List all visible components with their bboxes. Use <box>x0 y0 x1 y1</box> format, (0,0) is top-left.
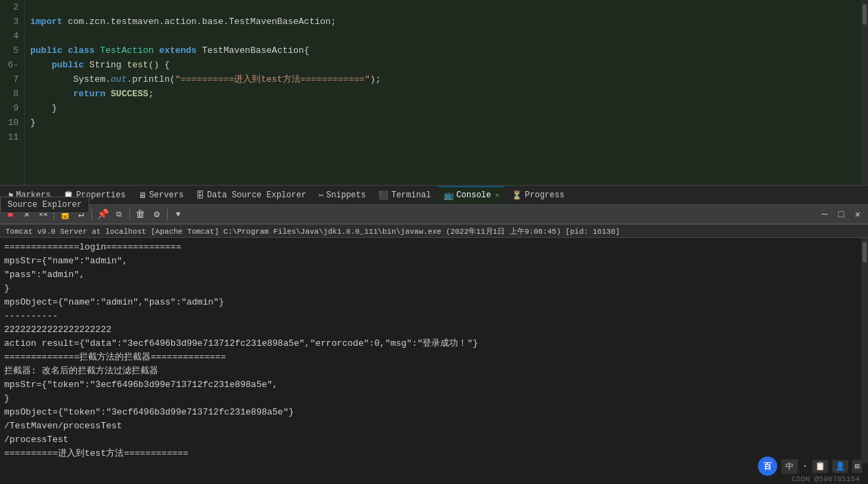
copy-button[interactable]: ⧉ <box>111 207 127 222</box>
editor-scroll-thumb[interactable] <box>862 4 867 25</box>
code-line: } <box>30 116 861 130</box>
console-line: mpsStr={"token":"3ecf6496b3d99e713712fc2… <box>4 378 857 392</box>
code-line: import com.zcn.testmaven.action.base.Tes… <box>30 14 861 29</box>
tab-terminal-label: Terminal <box>391 190 431 200</box>
clipboard-icon[interactable]: 📋 <box>812 460 828 473</box>
console-line: /processTest <box>4 433 857 447</box>
status-info-bar: Tomcat v9.0 Server at localhost [Apache … <box>0 224 868 238</box>
console-line: ---------- <box>4 309 857 323</box>
baidu-icon[interactable]: 百 <box>758 456 777 476</box>
tab-terminal[interactable]: ⬛ Terminal <box>373 186 437 204</box>
code-line <box>30 130 861 144</box>
zh-input-icon[interactable]: 中 <box>781 459 798 474</box>
tab-progress-label: Progress <box>525 190 565 200</box>
code-line: } <box>30 101 861 116</box>
progress-icon: ⏳ <box>512 190 522 201</box>
snippets-icon: ✂ <box>318 190 323 201</box>
editor-hscrollbar[interactable]: ◀ ▶ <box>0 185 868 186</box>
toolbar-separator-4 <box>167 209 168 220</box>
console-output[interactable]: ==============login============== mpsStr… <box>0 238 861 463</box>
editor-vscrollbar[interactable] <box>861 0 868 185</box>
console-vscrollbar[interactable] <box>861 238 868 463</box>
console-scroll-thumb[interactable] <box>862 242 867 263</box>
console-line: mpsObject={"name":"admin","pass":"admin"… <box>4 296 857 309</box>
console-line: action result={"data":"3ecf6496b3d99e713… <box>4 337 857 351</box>
zh-label: 中 <box>785 462 794 472</box>
toolbar-separator-3 <box>129 209 130 220</box>
tab-datasource[interactable]: 🗄 Data Source Explorer <box>191 186 312 204</box>
tab-datasource-label: Data Source Explorer <box>207 190 306 200</box>
maximize-button[interactable]: □ <box>834 207 849 222</box>
bottom-panel: ⚑ Markers 📋 Properties 🖥 Servers 🗄 Data … <box>0 186 868 463</box>
grid-icon[interactable]: ⊞ <box>852 460 862 473</box>
terminal-icon: ⬛ <box>378 190 389 201</box>
dot-icon[interactable]: · <box>802 461 807 472</box>
console-line: } <box>4 282 857 296</box>
close-panel-button[interactable]: ✕ <box>850 207 865 222</box>
code-line <box>30 0 861 14</box>
tab-console-label: Console <box>457 190 491 200</box>
tab-snippets-label: Snippets <box>326 190 366 200</box>
scroll-right-btn[interactable]: ▶ <box>854 186 868 186</box>
code-line: public class TestAction extends TestMave… <box>30 43 861 58</box>
line-numbers: 2 3 4 5 6- 7 8 9 10 11 <box>0 0 25 185</box>
code-editor: 2 3 4 5 6- 7 8 9 10 11 import com.zcn.te… <box>0 0 868 186</box>
console-line: 拦截器: 改名后的拦截方法过滤拦截器 <box>4 364 857 378</box>
console-toolbar: ■ ✕ ✕✕ 🔒 ↵ 📌 ⧉ 🗑 ⚙ ▼ ─ □ ✕ <box>0 205 868 224</box>
console-icon: 📺 <box>444 190 454 201</box>
clear-button[interactable]: 🗑 <box>133 207 148 222</box>
source-explorer-panel[interactable]: Source Explorer <box>0 197 89 213</box>
toolbar-separator-2 <box>91 209 92 220</box>
code-line: System.out.println("==========进入到test方法=… <box>30 72 861 87</box>
datasource-icon: 🗄 <box>196 190 204 201</box>
minimize-button[interactable]: ─ <box>817 207 832 222</box>
csdn-label: CSDN @596785154 <box>789 474 862 484</box>
console-dropdown[interactable]: ▼ <box>171 207 186 222</box>
console-line: ==============拦截方法的拦截器============== <box>4 351 857 364</box>
source-explorer-label: Source Explorer <box>8 200 82 210</box>
baidu-label: 百 <box>763 461 772 472</box>
code-line: return SUCCESS; <box>30 87 861 101</box>
console-line: 22222222222222222222 <box>4 323 857 337</box>
scroll-left-btn[interactable]: ◀ <box>0 186 14 186</box>
tab-bar: ⚑ Markers 📋 Properties 🖥 Servers 🗄 Data … <box>0 186 868 205</box>
servers-icon: 🖥 <box>138 190 147 201</box>
tab-console-close[interactable]: ✕ <box>495 191 499 199</box>
console-line: mpsObject={"token":"3ecf6496b3d99e713712… <box>4 406 857 419</box>
console-area: ==============login============== mpsStr… <box>0 238 868 463</box>
user-icon[interactable]: 👤 <box>832 460 848 473</box>
tab-servers[interactable]: 🖥 Servers <box>133 186 189 204</box>
console-line: mpsStr={"name":"admin", <box>4 254 857 268</box>
console-line: } <box>4 392 857 406</box>
tray-area: 百 中 · 📋 👤 ⊞ <box>758 456 862 476</box>
status-text: Tomcat v9.0 Server at localhost [Apache … <box>6 226 620 236</box>
settings-button[interactable]: ⚙ <box>149 207 164 222</box>
code-content[interactable]: import com.zcn.testmaven.action.base.Tes… <box>25 0 861 185</box>
pin-button[interactable]: 📌 <box>95 207 110 222</box>
tab-console[interactable]: 📺 Console ✕ <box>438 186 505 204</box>
tab-progress[interactable]: ⏳ Progress <box>506 186 570 204</box>
tab-snippets[interactable]: ✂ Snippets <box>313 186 371 204</box>
code-line <box>30 29 861 43</box>
console-line: ==========进入到test方法============ <box>4 447 857 461</box>
console-line: /TestMaven/processTest <box>4 419 857 433</box>
toolbar-right: ─ □ ✕ <box>817 207 865 222</box>
code-line: public String test() { <box>30 58 861 72</box>
console-line: "pass":"admin", <box>4 268 857 282</box>
console-line: ==============login============== <box>4 241 857 254</box>
tab-servers-label: Servers <box>149 190 184 200</box>
